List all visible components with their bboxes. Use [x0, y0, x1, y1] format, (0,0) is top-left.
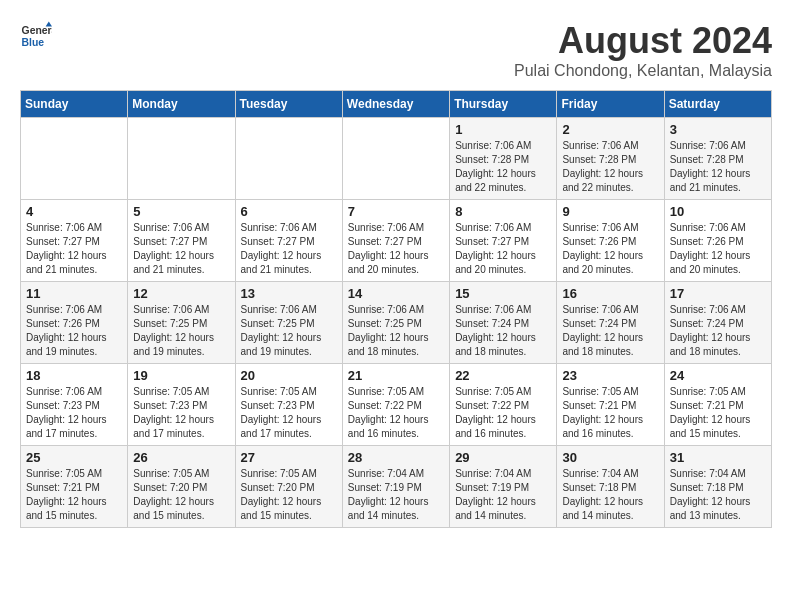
svg-text:General: General — [22, 25, 52, 36]
table-row: 30Sunrise: 7:04 AM Sunset: 7:18 PM Dayli… — [557, 446, 664, 528]
header-saturday: Saturday — [664, 91, 771, 118]
table-row: 25Sunrise: 7:05 AM Sunset: 7:21 PM Dayli… — [21, 446, 128, 528]
table-row: 16Sunrise: 7:06 AM Sunset: 7:24 PM Dayli… — [557, 282, 664, 364]
day-info: Sunrise: 7:06 AM Sunset: 7:25 PM Dayligh… — [241, 303, 337, 359]
table-row: 18Sunrise: 7:06 AM Sunset: 7:23 PM Dayli… — [21, 364, 128, 446]
header: General Blue August 2024 Pulai Chondong,… — [20, 20, 772, 80]
day-number: 9 — [562, 204, 658, 219]
day-info: Sunrise: 7:06 AM Sunset: 7:27 PM Dayligh… — [455, 221, 551, 277]
day-info: Sunrise: 7:05 AM Sunset: 7:22 PM Dayligh… — [455, 385, 551, 441]
day-number: 4 — [26, 204, 122, 219]
day-info: Sunrise: 7:05 AM Sunset: 7:21 PM Dayligh… — [26, 467, 122, 523]
day-info: Sunrise: 7:05 AM Sunset: 7:23 PM Dayligh… — [241, 385, 337, 441]
calendar-week-5: 25Sunrise: 7:05 AM Sunset: 7:21 PM Dayli… — [21, 446, 772, 528]
day-number: 17 — [670, 286, 766, 301]
calendar-table: Sunday Monday Tuesday Wednesday Thursday… — [20, 90, 772, 528]
day-info: Sunrise: 7:06 AM Sunset: 7:26 PM Dayligh… — [562, 221, 658, 277]
day-info: Sunrise: 7:06 AM Sunset: 7:23 PM Dayligh… — [26, 385, 122, 441]
header-friday: Friday — [557, 91, 664, 118]
title-section: August 2024 Pulai Chondong, Kelantan, Ma… — [514, 20, 772, 80]
day-number: 22 — [455, 368, 551, 383]
day-number: 28 — [348, 450, 444, 465]
calendar-week-4: 18Sunrise: 7:06 AM Sunset: 7:23 PM Dayli… — [21, 364, 772, 446]
table-row: 26Sunrise: 7:05 AM Sunset: 7:20 PM Dayli… — [128, 446, 235, 528]
table-row: 10Sunrise: 7:06 AM Sunset: 7:26 PM Dayli… — [664, 200, 771, 282]
day-info: Sunrise: 7:06 AM Sunset: 7:25 PM Dayligh… — [133, 303, 229, 359]
table-row: 28Sunrise: 7:04 AM Sunset: 7:19 PM Dayli… — [342, 446, 449, 528]
header-sunday: Sunday — [21, 91, 128, 118]
table-row — [128, 118, 235, 200]
day-info: Sunrise: 7:04 AM Sunset: 7:18 PM Dayligh… — [670, 467, 766, 523]
svg-marker-2 — [46, 22, 52, 27]
table-row: 11Sunrise: 7:06 AM Sunset: 7:26 PM Dayli… — [21, 282, 128, 364]
day-info: Sunrise: 7:05 AM Sunset: 7:21 PM Dayligh… — [670, 385, 766, 441]
calendar-title: August 2024 — [514, 20, 772, 62]
table-row — [235, 118, 342, 200]
day-number: 31 — [670, 450, 766, 465]
day-info: Sunrise: 7:06 AM Sunset: 7:25 PM Dayligh… — [348, 303, 444, 359]
day-info: Sunrise: 7:06 AM Sunset: 7:27 PM Dayligh… — [241, 221, 337, 277]
day-info: Sunrise: 7:05 AM Sunset: 7:22 PM Dayligh… — [348, 385, 444, 441]
table-row: 21Sunrise: 7:05 AM Sunset: 7:22 PM Dayli… — [342, 364, 449, 446]
day-info: Sunrise: 7:06 AM Sunset: 7:28 PM Dayligh… — [455, 139, 551, 195]
day-info: Sunrise: 7:06 AM Sunset: 7:27 PM Dayligh… — [133, 221, 229, 277]
day-number: 11 — [26, 286, 122, 301]
day-number: 2 — [562, 122, 658, 137]
day-info: Sunrise: 7:06 AM Sunset: 7:26 PM Dayligh… — [26, 303, 122, 359]
day-info: Sunrise: 7:05 AM Sunset: 7:20 PM Dayligh… — [133, 467, 229, 523]
day-number: 19 — [133, 368, 229, 383]
day-number: 13 — [241, 286, 337, 301]
day-number: 5 — [133, 204, 229, 219]
table-row: 9Sunrise: 7:06 AM Sunset: 7:26 PM Daylig… — [557, 200, 664, 282]
table-row — [342, 118, 449, 200]
table-row: 1Sunrise: 7:06 AM Sunset: 7:28 PM Daylig… — [450, 118, 557, 200]
day-number: 25 — [26, 450, 122, 465]
calendar-week-1: 1Sunrise: 7:06 AM Sunset: 7:28 PM Daylig… — [21, 118, 772, 200]
logo: General Blue — [20, 20, 52, 52]
day-info: Sunrise: 7:06 AM Sunset: 7:24 PM Dayligh… — [562, 303, 658, 359]
table-row: 24Sunrise: 7:05 AM Sunset: 7:21 PM Dayli… — [664, 364, 771, 446]
day-number: 1 — [455, 122, 551, 137]
day-info: Sunrise: 7:06 AM Sunset: 7:24 PM Dayligh… — [455, 303, 551, 359]
header-thursday: Thursday — [450, 91, 557, 118]
day-number: 26 — [133, 450, 229, 465]
day-info: Sunrise: 7:05 AM Sunset: 7:21 PM Dayligh… — [562, 385, 658, 441]
day-number: 23 — [562, 368, 658, 383]
day-number: 15 — [455, 286, 551, 301]
table-row: 7Sunrise: 7:06 AM Sunset: 7:27 PM Daylig… — [342, 200, 449, 282]
day-number: 24 — [670, 368, 766, 383]
day-info: Sunrise: 7:06 AM Sunset: 7:27 PM Dayligh… — [26, 221, 122, 277]
table-row: 29Sunrise: 7:04 AM Sunset: 7:19 PM Dayli… — [450, 446, 557, 528]
header-tuesday: Tuesday — [235, 91, 342, 118]
header-wednesday: Wednesday — [342, 91, 449, 118]
table-row: 3Sunrise: 7:06 AM Sunset: 7:28 PM Daylig… — [664, 118, 771, 200]
day-number: 6 — [241, 204, 337, 219]
table-row: 13Sunrise: 7:06 AM Sunset: 7:25 PM Dayli… — [235, 282, 342, 364]
svg-text:Blue: Blue — [22, 37, 45, 48]
day-number: 16 — [562, 286, 658, 301]
day-number: 12 — [133, 286, 229, 301]
day-info: Sunrise: 7:05 AM Sunset: 7:23 PM Dayligh… — [133, 385, 229, 441]
table-row: 17Sunrise: 7:06 AM Sunset: 7:24 PM Dayli… — [664, 282, 771, 364]
day-info: Sunrise: 7:06 AM Sunset: 7:24 PM Dayligh… — [670, 303, 766, 359]
day-number: 3 — [670, 122, 766, 137]
day-number: 8 — [455, 204, 551, 219]
day-info: Sunrise: 7:04 AM Sunset: 7:19 PM Dayligh… — [348, 467, 444, 523]
day-info: Sunrise: 7:04 AM Sunset: 7:19 PM Dayligh… — [455, 467, 551, 523]
table-row: 22Sunrise: 7:05 AM Sunset: 7:22 PM Dayli… — [450, 364, 557, 446]
calendar-week-3: 11Sunrise: 7:06 AM Sunset: 7:26 PM Dayli… — [21, 282, 772, 364]
table-row: 23Sunrise: 7:05 AM Sunset: 7:21 PM Dayli… — [557, 364, 664, 446]
table-row: 14Sunrise: 7:06 AM Sunset: 7:25 PM Dayli… — [342, 282, 449, 364]
table-row: 27Sunrise: 7:05 AM Sunset: 7:20 PM Dayli… — [235, 446, 342, 528]
table-row: 19Sunrise: 7:05 AM Sunset: 7:23 PM Dayli… — [128, 364, 235, 446]
day-number: 30 — [562, 450, 658, 465]
day-number: 21 — [348, 368, 444, 383]
table-row: 4Sunrise: 7:06 AM Sunset: 7:27 PM Daylig… — [21, 200, 128, 282]
calendar-subtitle: Pulai Chondong, Kelantan, Malaysia — [514, 62, 772, 80]
table-row: 6Sunrise: 7:06 AM Sunset: 7:27 PM Daylig… — [235, 200, 342, 282]
table-row: 20Sunrise: 7:05 AM Sunset: 7:23 PM Dayli… — [235, 364, 342, 446]
table-row: 2Sunrise: 7:06 AM Sunset: 7:28 PM Daylig… — [557, 118, 664, 200]
day-number: 29 — [455, 450, 551, 465]
day-info: Sunrise: 7:05 AM Sunset: 7:20 PM Dayligh… — [241, 467, 337, 523]
calendar-week-2: 4Sunrise: 7:06 AM Sunset: 7:27 PM Daylig… — [21, 200, 772, 282]
